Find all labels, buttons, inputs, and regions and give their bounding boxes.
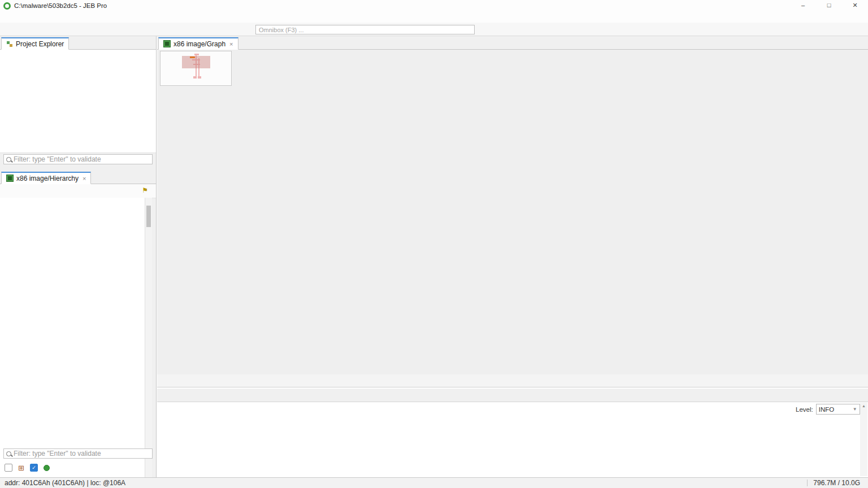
maximize-button[interactable]: □ (816, 0, 842, 11)
project-explorer-icon (6, 41, 13, 47)
minimize-button[interactable]: – (790, 0, 816, 11)
close-icon[interactable]: × (229, 41, 233, 47)
chevron-down-icon: ▼ (853, 407, 857, 412)
chip-icon (6, 175, 14, 182)
graph-canvas[interactable] (157, 50, 868, 374)
view-tabbar (157, 374, 868, 387)
hierarchy-filter-input[interactable] (12, 449, 150, 458)
search-icon (6, 451, 11, 456)
project-tree (0, 50, 156, 153)
logger-output (157, 402, 868, 477)
tab-label: x86 image/Graph (173, 40, 225, 48)
level-select[interactable]: INFO ▼ (816, 404, 860, 415)
hierarchy-tabbar: x86 image/Hierarchy × (0, 171, 156, 184)
jeb-logo-icon (3, 2, 11, 10)
close-icon[interactable]: × (83, 175, 86, 182)
hierarchy-table (0, 207, 145, 481)
search-icon (6, 157, 11, 162)
hierarchy-filter-toggles: ⊞ ✓ (5, 462, 50, 473)
scrollbar-thumb[interactable] (146, 206, 151, 227)
bottom-tabbar (157, 389, 868, 402)
tab-label: Project Explorer (16, 40, 64, 48)
editor-tabbar: x86 image/Graph × (157, 36, 868, 50)
window-title: C:\malware\503b2dc5 - JEB Pro (14, 2, 107, 9)
close-button[interactable]: ✕ (842, 0, 868, 11)
status-bar: addr: 401C6Ah (401C6Ah) | loc: @106A 796… (0, 477, 868, 488)
hierarchy-header (0, 198, 145, 207)
overview-viewport[interactable] (182, 56, 210, 68)
hierarchy-toolbar: ⚑ (0, 184, 156, 198)
project-filter (3, 154, 153, 164)
menu-bar (0, 11, 868, 23)
hierarchy-mode-toggle-icon[interactable]: ⚑ (142, 186, 148, 194)
log-level-control: Level: INFO ▼ (796, 404, 860, 415)
omnibox-input[interactable] (255, 25, 475, 34)
overview-shape (198, 76, 201, 79)
project-explorer-tabbar: Project Explorer (0, 36, 156, 50)
level-value: INFO (819, 406, 834, 413)
project-filter-input[interactable] (12, 155, 150, 164)
tab-hierarchy[interactable]: x86 image/Hierarchy × (1, 172, 91, 184)
logger-scrollbar[interactable]: ▲ (860, 403, 867, 476)
tab-project-explorer[interactable]: Project Explorer (1, 37, 69, 50)
window-controls: –□✕ (790, 0, 868, 11)
overview-selected-node (190, 56, 195, 58)
tab-graph[interactable]: x86 image/Graph × (158, 37, 238, 50)
hierarchy-filter (3, 448, 153, 459)
divider (807, 480, 808, 486)
methods-dot-icon[interactable] (44, 465, 50, 471)
toggle-classes-checkbox[interactable] (5, 464, 12, 472)
toggle-methods-checkbox[interactable]: ✓ (30, 464, 38, 472)
title-bar: C:\malware\503b2dc5 - JEB Pro –□✕ (0, 0, 868, 11)
left-panel: Project Explorer x86 image/Hierarchy × ⚑… (0, 36, 157, 477)
fields-grid-icon[interactable]: ⊞ (18, 464, 24, 472)
status-memory: 796.7M / 10.0G (813, 479, 868, 487)
level-label: Level: (796, 406, 813, 413)
graph-overview[interactable] (160, 51, 232, 86)
status-address: addr: 401C6Ah (401C6Ah) | loc: @106A (0, 479, 125, 487)
chip-icon (163, 40, 171, 47)
tab-label: x86 image/Hierarchy (16, 175, 79, 182)
hierarchy-scrollbar[interactable] (145, 198, 152, 481)
overview-shape (193, 76, 196, 79)
